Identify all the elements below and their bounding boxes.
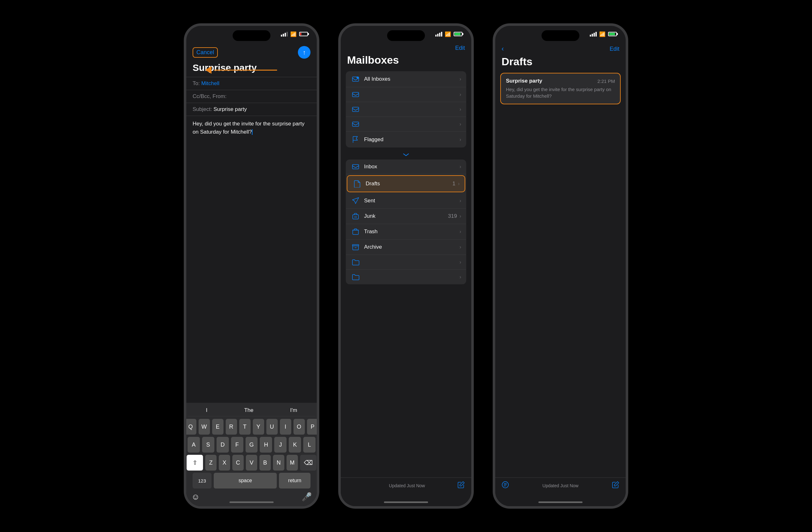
battery-icon-1 (299, 32, 308, 36)
mailbox-item-drafts[interactable]: Drafts 1 › (347, 175, 465, 192)
key-space[interactable]: space (214, 473, 277, 488)
junk-icon (351, 213, 360, 220)
key-y[interactable]: Y (253, 419, 264, 434)
inbox3-icon (351, 106, 360, 113)
svg-rect-11 (352, 245, 359, 246)
key-delete[interactable]: ⌫ (300, 455, 317, 471)
draft-list-item[interactable]: Surprise party 2:21 PM Hey, did you get … (500, 73, 621, 104)
mailbox-section-1: All Inboxes › › (346, 71, 466, 148)
mailbox-item-inbox[interactable]: Inbox › (346, 160, 466, 174)
expand-button[interactable] (341, 150, 471, 160)
filter-icon-3[interactable] (502, 481, 509, 490)
drafts-status: Updated Just Now (542, 483, 578, 488)
to-field[interactable]: To: Mitchell (186, 77, 317, 90)
keyboard-row-4: 123 space return (188, 473, 316, 488)
key-v[interactable]: V (246, 455, 257, 471)
svg-rect-2 (352, 92, 359, 97)
key-s[interactable]: S (202, 437, 214, 453)
status-icons-2: 📶 (435, 31, 462, 37)
emoji-key[interactable]: ☺ (191, 492, 200, 502)
mailbox-item-inbox3[interactable]: › (346, 102, 466, 117)
inbox4-icon (351, 121, 360, 127)
key-f[interactable]: F (231, 437, 243, 453)
sent-icon (351, 197, 360, 204)
mailbox-item-inbox2[interactable]: › (346, 87, 466, 102)
key-q[interactable]: Q (185, 419, 197, 434)
email-body[interactable]: Hey, did you get the invite for the surp… (186, 116, 317, 403)
key-l[interactable]: L (303, 437, 316, 453)
suggestion-the[interactable]: The (244, 407, 253, 414)
chevron-icon2: › (460, 92, 461, 98)
key-shift[interactable]: ⇧ (187, 455, 203, 471)
drafts-toolbar: Updated Just Now (495, 477, 626, 493)
mailbox-section-2: Inbox › Drafts 1 › (346, 160, 466, 284)
key-c[interactable]: C (232, 455, 244, 471)
mailbox-item-inbox4[interactable]: › (346, 117, 466, 132)
battery-icon-2 (454, 32, 462, 36)
chevron-icon13: › (460, 274, 461, 280)
mailbox-item-folder1[interactable]: › (346, 255, 466, 270)
mailboxes-edit-button[interactable]: Edit (455, 45, 465, 51)
key-return[interactable]: return (279, 473, 310, 488)
chevron-icon8: › (460, 198, 461, 204)
key-o[interactable]: O (293, 419, 305, 434)
mailbox-item-folder2[interactable]: › (346, 270, 466, 284)
drafts-edit-button[interactable]: Edit (610, 46, 619, 52)
keyboard: I The I'm Q W E R T Y U I O P A S D (186, 403, 317, 506)
key-n[interactable]: N (273, 455, 284, 471)
mailbox-item-archive[interactable]: Archive › (346, 239, 466, 255)
home-indicator-2 (384, 501, 428, 503)
key-k[interactable]: K (289, 437, 301, 453)
mailbox-item-sent[interactable]: Sent › (346, 193, 466, 209)
draft-time: 2:21 PM (597, 78, 615, 84)
archive-label: Archive (364, 244, 460, 250)
chevron-icon: › (460, 76, 461, 82)
inbox2-icon (351, 91, 360, 98)
cancel-button[interactable]: Cancel (193, 47, 218, 58)
key-j[interactable]: J (274, 437, 287, 453)
folder1-icon (351, 259, 360, 265)
mailbox-item-junk[interactable]: Junk 319 › (346, 209, 466, 224)
mailbox-item-trash[interactable]: Trash › (346, 224, 466, 239)
mailbox-item-all-inboxes[interactable]: All Inboxes › (346, 71, 466, 87)
battery-icon-3 (608, 32, 617, 36)
key-123[interactable]: 123 (193, 473, 212, 488)
chevron-icon7: › (458, 181, 460, 187)
suggestion-im[interactable]: I'm (290, 407, 297, 414)
key-h[interactable]: H (260, 437, 272, 453)
chevron-icon9: › (460, 213, 461, 219)
key-m[interactable]: M (287, 455, 298, 471)
cc-field[interactable]: Cc/Bcc, From: (186, 90, 317, 103)
trash-icon (351, 228, 360, 235)
compose-icon-3[interactable] (612, 481, 619, 490)
mailboxes-toolbar: Updated Just Now (341, 477, 471, 493)
cc-label: Cc/Bcc, From: (193, 93, 227, 99)
compose-icon-2[interactable] (458, 481, 465, 490)
all-inboxes-label: All Inboxes (364, 76, 460, 82)
key-b[interactable]: B (259, 455, 271, 471)
mic-key[interactable]: 🎤 (302, 492, 312, 502)
key-a[interactable]: A (188, 437, 200, 453)
key-d[interactable]: D (217, 437, 229, 453)
key-z[interactable]: Z (205, 455, 217, 471)
svg-point-1 (357, 77, 358, 78)
keyboard-suggestions: I The I'm (188, 405, 316, 416)
mailbox-item-flagged[interactable]: Flagged › (346, 132, 466, 148)
drafts-icon (352, 180, 362, 188)
key-u[interactable]: U (266, 419, 278, 434)
chevron-icon10: › (460, 229, 461, 235)
key-r[interactable]: R (226, 419, 237, 434)
suggestion-i[interactable]: I (206, 407, 207, 414)
key-t[interactable]: T (239, 419, 251, 434)
key-i[interactable]: I (280, 419, 291, 434)
keyboard-row-3: ⇧ Z X C V B N M ⌫ (188, 455, 316, 471)
key-p[interactable]: P (307, 419, 318, 434)
subject-field[interactable]: Subject: Surprise party (186, 103, 317, 116)
key-x[interactable]: X (219, 455, 230, 471)
back-button[interactable]: ‹ (502, 45, 504, 53)
key-e[interactable]: E (212, 419, 223, 434)
key-g[interactable]: G (246, 437, 258, 453)
signal-icon-3 (590, 32, 597, 36)
key-w[interactable]: W (199, 419, 210, 434)
send-button[interactable]: ↑ (298, 46, 310, 59)
